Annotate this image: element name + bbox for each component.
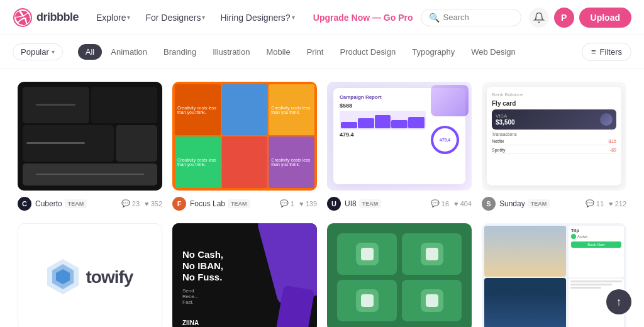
filters-button[interactable]: ≡ Filters: [582, 43, 631, 61]
badge-ui8: TEAM: [359, 199, 382, 208]
card-focus-lab: Creativity costs less than you think. Cr…: [167, 82, 322, 223]
notifications-button[interactable]: [529, 8, 549, 28]
tab-animation[interactable]: Animation: [103, 44, 155, 60]
card-image-sunday[interactable]: Bank Balance Fly card VISA $3,500 Transa…: [482, 82, 626, 191]
card-balkan: No Cash,No IBAN,No Fuss. SendRece...Fast…: [167, 223, 322, 328]
upload-button[interactable]: Upload: [579, 8, 631, 28]
card-ui8: Campaign Report $588 479.4: [322, 82, 477, 223]
header: dribbble Explore ▾ For Designers ▾ Hirin…: [0, 0, 644, 35]
card-image-dmitry[interactable]: towify: [18, 223, 162, 328]
author-focus-lab: Focus Lab: [190, 199, 225, 208]
search-box[interactable]: 🔍: [421, 9, 521, 26]
header-right: Upgrade Now — Go Pro 🔍 P Upload: [313, 8, 631, 28]
likes-cuberto: ♥ 352: [145, 200, 162, 208]
tab-illustration[interactable]: Illustration: [205, 44, 257, 60]
comments-cuberto: 💬 23: [121, 199, 140, 208]
stats-focus-lab: 💬1 ♥139: [280, 199, 317, 208]
scroll-to-top-button[interactable]: ↑: [606, 289, 631, 314]
heart-icon: ♥: [609, 200, 613, 208]
card-paperpillar: P Paperpillar TEAM 💬12 ♥289: [322, 223, 477, 328]
tab-typography[interactable]: Typography: [404, 44, 462, 60]
avatar-cuberto[interactable]: C: [18, 197, 31, 211]
stats-sunday: 💬11 ♥212: [586, 199, 626, 208]
card-image-ui8[interactable]: Campaign Report $588 479.4: [327, 82, 472, 191]
heart-icon: ♥: [145, 200, 149, 208]
tab-branding[interactable]: Branding: [156, 44, 204, 60]
search-input[interactable]: [443, 13, 513, 22]
tab-all[interactable]: All: [78, 44, 102, 60]
avatar-sunday[interactable]: S: [482, 197, 496, 211]
header-icons: P Upload: [529, 8, 631, 28]
author-sunday: Sunday: [499, 199, 525, 208]
badge-sunday: TEAM: [528, 199, 550, 208]
author-ui8: UI8: [345, 199, 357, 208]
card-meta-sunday: S Sunday TEAM 💬11 ♥212: [482, 197, 626, 211]
main-nav: Explore ▾ For Designers ▾ Hiring Designe…: [90, 9, 301, 26]
chevron-down-icon: ▾: [52, 48, 55, 55]
category-tabs: All Animation Branding Illustration Mobi…: [78, 44, 577, 60]
svg-point-0: [13, 8, 32, 27]
tab-mobile[interactable]: Mobile: [258, 44, 297, 60]
for-designers-nav[interactable]: For Designers ▾: [139, 9, 211, 26]
tab-product-design[interactable]: Product Design: [332, 44, 403, 60]
shots-grid: C Cuberto TEAM 💬 23 ♥ 352 Creativity: [0, 69, 644, 327]
comment-icon: 💬: [280, 199, 289, 208]
stats-cuberto: 💬 23 ♥ 352: [121, 199, 162, 208]
comment-icon: 💬: [431, 199, 440, 208]
card-dmitry: towify D Dmitry Lepisov PRO 💬7 ♥164: [13, 223, 167, 328]
avatar-ui8[interactable]: U: [327, 197, 341, 211]
card-image-cuberto[interactable]: [18, 82, 162, 191]
tab-web-design[interactable]: Web Design: [464, 44, 523, 60]
card-sunday: Bank Balance Fly card VISA $3,500 Transa…: [477, 82, 631, 223]
author-cuberto: Cuberto: [35, 199, 62, 208]
search-icon: 🔍: [429, 13, 440, 23]
upgrade-link[interactable]: Upgrade Now — Go Pro: [313, 13, 413, 23]
card-image-paperpillar[interactable]: [327, 223, 472, 328]
user-avatar[interactable]: P: [554, 8, 574, 28]
card-image-balkan[interactable]: No Cash,No IBAN,No Fuss. SendRece...Fast…: [172, 223, 317, 328]
filter-icon: ≡: [591, 47, 596, 57]
explore-nav[interactable]: Explore ▾: [90, 9, 136, 26]
filter-bar: Popular ▾ All Animation Branding Illustr…: [0, 35, 644, 69]
chevron-down-icon: ▾: [202, 14, 205, 21]
chevron-down-icon: ▾: [292, 14, 295, 21]
tab-print[interactable]: Print: [299, 44, 331, 60]
logo-text: dribbble: [36, 11, 79, 24]
hiring-designers-nav[interactable]: Hiring Designers? ▾: [214, 9, 301, 26]
badge-cuberto: TEAM: [65, 199, 87, 208]
card-meta-focus-lab: F Focus Lab TEAM 💬1 ♥139: [172, 197, 317, 211]
logo[interactable]: dribbble: [13, 8, 79, 28]
card-meta-cuberto: C Cuberto TEAM 💬 23 ♥ 352: [18, 197, 162, 211]
card-netguru: Trip Active Book Now: [477, 223, 631, 328]
popular-dropdown[interactable]: Popular ▾: [13, 43, 63, 60]
chevron-down-icon: ▾: [127, 14, 130, 21]
heart-icon: ♥: [299, 200, 304, 208]
badge-focus-lab: TEAM: [228, 199, 250, 208]
comment-icon: 💬: [121, 199, 130, 208]
card-cuberto: C Cuberto TEAM 💬 23 ♥ 352: [13, 82, 167, 223]
card-image-focus-lab[interactable]: Creativity costs less than you think. Cr…: [172, 82, 317, 191]
stats-ui8: 💬16 ♥404: [431, 199, 472, 208]
card-meta-ui8: U UI8 TEAM 💬16 ♥404: [327, 197, 472, 211]
comment-icon: 💬: [586, 199, 594, 208]
avatar-focus-lab[interactable]: F: [172, 197, 186, 211]
card-image-netguru[interactable]: Trip Active Book Now: [482, 223, 626, 328]
heart-icon: ♥: [454, 200, 458, 208]
